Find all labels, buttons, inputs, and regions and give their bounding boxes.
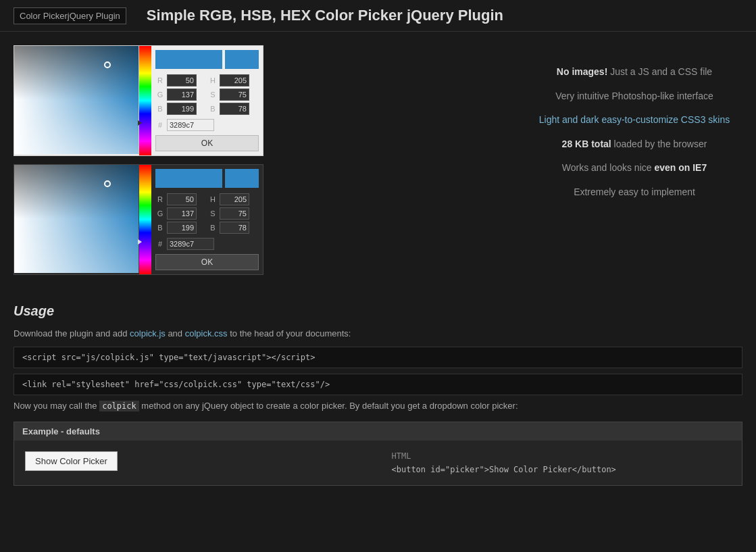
usage-desc-after: to the head of your documents:: [228, 328, 351, 338]
picker2-new-color: [155, 169, 222, 188]
picker1-preview-row: [155, 50, 259, 69]
example-left: Show Color Picker: [25, 451, 365, 471]
usage-section: Usage Download the plugin and add colpic…: [0, 297, 756, 506]
picker1-old-color: [225, 50, 259, 69]
picker2-r-group: R 50: [155, 193, 206, 205]
picker2-g-label: G: [155, 209, 165, 218]
picker2-hex-row: # 3289c7: [155, 238, 259, 250]
picker2-g-input[interactable]: 137: [167, 207, 197, 220]
picker1-h-label: H: [208, 76, 218, 84]
picker1-g-label: G: [155, 91, 165, 99]
hue-bar-2[interactable]: [139, 165, 151, 274]
picker1-new-color: [155, 50, 222, 69]
picker2-inputs: R 50 H 205 G 137 S 75: [155, 193, 259, 234]
crosshair-1: [104, 61, 111, 68]
usage-desc-mid: and: [166, 328, 185, 338]
feature-easy-text: Extremely easy to implement: [574, 186, 695, 197]
feature-intuitive-text: Very intuitive Photoshop-like interface: [555, 91, 713, 101]
picker1-b-label: B: [155, 105, 165, 113]
picker1-r-input[interactable]: 50: [167, 74, 197, 86]
picker1-s-group: S 75: [208, 89, 259, 101]
picker1-s-input[interactable]: 75: [220, 89, 249, 101]
feature-size-text: loaded by the browser: [611, 139, 707, 149]
usage-note-after: method on any jQuery object to create a …: [139, 401, 518, 411]
main-container: R 50 H 205 G 137 S 75: [0, 32, 756, 297]
picker1-h-input[interactable]: 205: [220, 74, 249, 86]
html-label: HTML: [392, 451, 732, 461]
picker2-b-label: B: [155, 224, 165, 232]
feature-intuitive: Very intuitive Photoshop-like interface: [526, 90, 742, 103]
feature-skins: Light and dark easy-to-customize CSS3 sk…: [526, 114, 742, 127]
picker1-hex-input[interactable]: 3289c7: [167, 119, 214, 131]
picker1-b-group: B 199: [155, 103, 206, 115]
usage-title: Usage: [14, 303, 742, 319]
picker1-b2-group: B 78: [208, 103, 259, 115]
picker2-b-group: B 199: [155, 222, 206, 234]
feature-no-images-text: Just a JS and a CSS file: [607, 66, 712, 77]
feature-skins-text: Light and dark easy-to-customize CSS3 sk…: [539, 114, 730, 125]
picker1-controls: R 50 H 205 G 137 S 75: [151, 46, 263, 155]
picker1-g-group: G 137: [155, 89, 206, 101]
picker2-b-input[interactable]: 199: [167, 222, 197, 234]
colpick-js-link[interactable]: colpick.js: [130, 328, 166, 338]
picker1-b2-label: B: [208, 105, 218, 113]
feature-no-images: No images! Just a JS and a CSS file: [526, 66, 742, 79]
picker2-b2-group: B 78: [208, 222, 259, 234]
picker1-hex-label: #: [155, 121, 165, 129]
picker2-s-group: S 75: [208, 207, 259, 220]
picker2-hex-label: #: [155, 240, 165, 248]
feature-list: No images! Just a JS and a CSS file Very…: [526, 52, 742, 213]
picker2-b2-label: B: [208, 224, 218, 232]
picker1-r-label: R: [155, 76, 165, 84]
hue-bar-1[interactable]: [139, 46, 151, 155]
picker2-hex-input[interactable]: 3289c7: [167, 238, 214, 250]
picker2-s-label: S: [208, 209, 218, 218]
feature-ie7-strong: even on IE7: [654, 162, 707, 173]
picker2-preview-row: [155, 169, 259, 188]
picker2-r-label: R: [155, 195, 165, 203]
example-right: HTML <button id="picker">Show Color Pick…: [392, 451, 732, 474]
picker2-r-input[interactable]: 50: [167, 193, 197, 205]
picker1-g-input[interactable]: 137: [167, 89, 197, 101]
code-block-script: <script src="js/colpick.js" type="text/j…: [14, 347, 742, 368]
picker2-h-input[interactable]: 205: [220, 193, 249, 205]
picker2-b2-input[interactable]: 78: [220, 222, 249, 234]
usage-desc: Download the plugin and add colpick.js a…: [14, 328, 742, 338]
picker1-inputs: R 50 H 205 G 137 S 75: [155, 74, 259, 115]
show-color-picker-button[interactable]: Show Color Picker: [25, 451, 118, 471]
example-header: Example - defaults: [14, 422, 742, 441]
picker1-s-label: S: [208, 91, 218, 99]
header-logo[interactable]: Color PickerjQuery Plugin: [14, 7, 126, 24]
picker1-ok-button[interactable]: OK: [155, 135, 259, 151]
picker2-old-color: [225, 169, 259, 188]
picker2-h-label: H: [208, 195, 218, 203]
feature-size: 28 KB total loaded by the browser: [526, 138, 742, 151]
color-gradient-1[interactable]: [14, 46, 139, 154]
picker2-ok-button[interactable]: OK: [155, 254, 259, 270]
code-block-link: <link rel="stylesheet" href="css/colpick…: [14, 374, 742, 395]
picker1-h-group: H 205: [208, 74, 259, 86]
feature-ie7-before: Works and looks nice: [562, 162, 655, 173]
usage-desc-before: Download the plugin and add: [14, 328, 130, 338]
picker2-h-group: H 205: [208, 193, 259, 205]
example-body: Show Color Picker HTML <button id="picke…: [14, 441, 742, 485]
usage-note-code: colpick: [99, 401, 139, 411]
right-section: No images! Just a JS and a CSS file Very…: [526, 45, 742, 283]
crosshair-2: [104, 180, 111, 187]
picker1-b2-input[interactable]: 78: [220, 103, 249, 115]
picker1-hex-row: # 3289c7: [155, 119, 259, 131]
usage-note-before: Now you may call the: [14, 401, 99, 411]
color-picker-2: R 50 H 205 G 137 S 75: [14, 164, 263, 275]
picker2-s-input[interactable]: 75: [220, 207, 249, 220]
picker1-b-input[interactable]: 199: [167, 103, 197, 115]
color-gradient-2[interactable]: [14, 165, 139, 273]
header: Color PickerjQuery Plugin Simple RGB, HS…: [0, 0, 756, 32]
usage-note: Now you may call the colpick method on a…: [14, 401, 742, 411]
picker1-r-group: R 50: [155, 74, 206, 86]
feature-no-images-strong: No images!: [557, 66, 607, 77]
colpick-css-link[interactable]: colpick.css: [185, 328, 228, 338]
example-box: Example - defaults Show Color Picker HTM…: [14, 422, 742, 486]
left-section: R 50 H 205 G 137 S 75: [14, 45, 513, 283]
feature-ie7: Works and looks nice even on IE7: [526, 161, 742, 175]
color-picker-1: R 50 H 205 G 137 S 75: [14, 45, 263, 156]
